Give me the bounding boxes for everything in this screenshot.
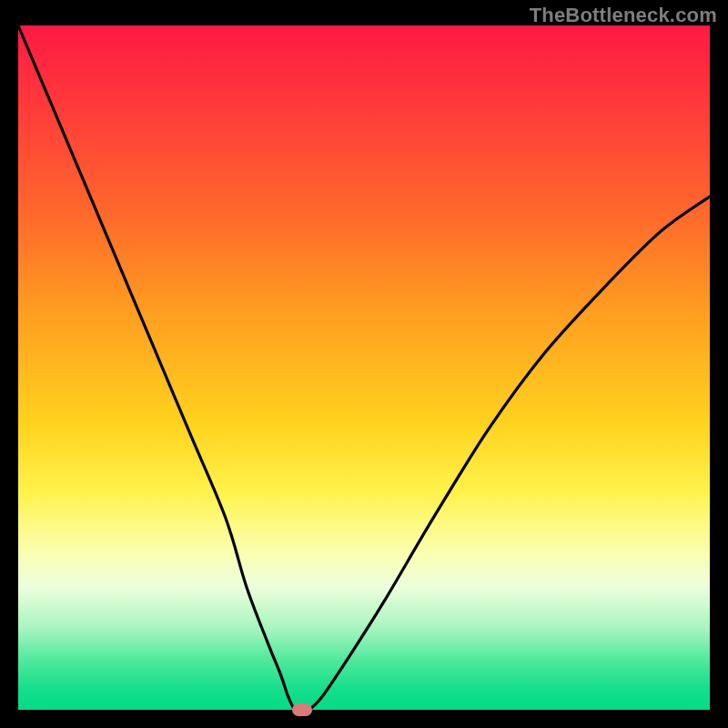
plot-area xyxy=(18,25,710,710)
optimal-point-marker xyxy=(292,703,312,716)
chart-frame: TheBottleneck.com xyxy=(0,0,728,728)
watermark-text: TheBottleneck.com xyxy=(530,4,717,27)
bottleneck-curve xyxy=(18,25,710,710)
